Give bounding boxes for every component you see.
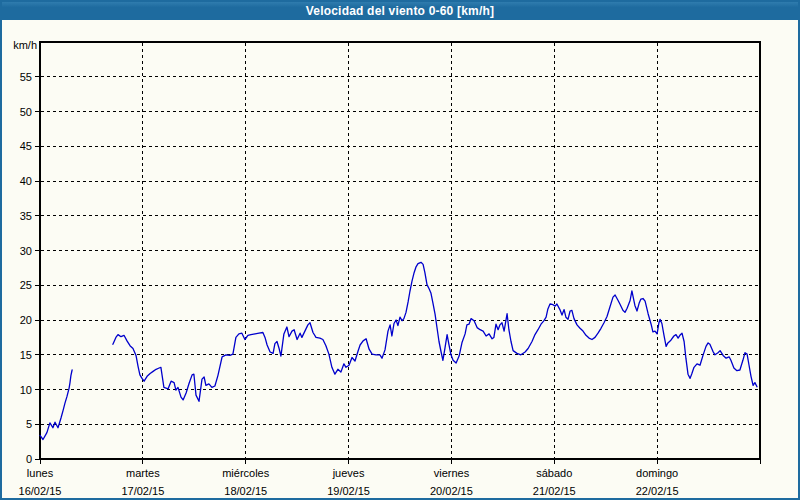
- x-date-label: 21/02/15: [533, 485, 576, 497]
- gridlines: [41, 43, 759, 458]
- y-tick-label: 45: [20, 140, 32, 152]
- y-tick-label: 55: [20, 71, 32, 83]
- x-date-label: 22/02/15: [636, 485, 679, 497]
- app-window: Velocidad del viento 0-60 [km/h] 0510152…: [0, 0, 800, 500]
- window-title: Velocidad del viento 0-60 [km/h]: [306, 4, 494, 18]
- y-tick-label: 15: [20, 349, 32, 361]
- axis-ticks: [35, 77, 760, 464]
- x-day-label: viernes: [434, 467, 470, 479]
- x-day-label: sábado: [536, 467, 572, 479]
- x-date-label: 16/02/15: [19, 485, 62, 497]
- y-tick-label: 50: [20, 106, 32, 118]
- x-day-label: martes: [126, 467, 160, 479]
- plot-border: [40, 42, 760, 459]
- chart-area: 0510152025303540455055km/hlunes16/02/15m…: [2, 20, 798, 498]
- axis-labels: 0510152025303540455055km/hlunes16/02/15m…: [13, 39, 678, 497]
- x-day-label: miércoles: [222, 467, 270, 479]
- x-date-label: 17/02/15: [121, 485, 164, 497]
- x-day-label: lunes: [27, 467, 54, 479]
- x-date-label: 19/02/15: [327, 485, 370, 497]
- x-day-label: domingo: [636, 467, 678, 479]
- wind-speed-line: [40, 370, 72, 440]
- y-tick-label: 25: [20, 279, 32, 291]
- wind-speed-line: [113, 262, 757, 401]
- y-tick-label: 40: [20, 175, 32, 187]
- x-date-label: 20/02/15: [430, 485, 473, 497]
- x-day-label: jueves: [332, 467, 365, 479]
- y-tick-label: 5: [26, 418, 32, 430]
- x-date-label: 18/02/15: [224, 485, 267, 497]
- title-bar: Velocidad del viento 0-60 [km/h]: [2, 2, 798, 20]
- y-tick-label: 30: [20, 245, 32, 257]
- y-tick-label: 35: [20, 210, 32, 222]
- y-axis-unit-label: km/h: [13, 39, 37, 51]
- wind-speed-chart: 0510152025303540455055km/hlunes16/02/15m…: [2, 20, 798, 498]
- y-tick-label: 0: [26, 453, 32, 465]
- y-tick-label: 10: [20, 384, 32, 396]
- y-tick-label: 20: [20, 314, 32, 326]
